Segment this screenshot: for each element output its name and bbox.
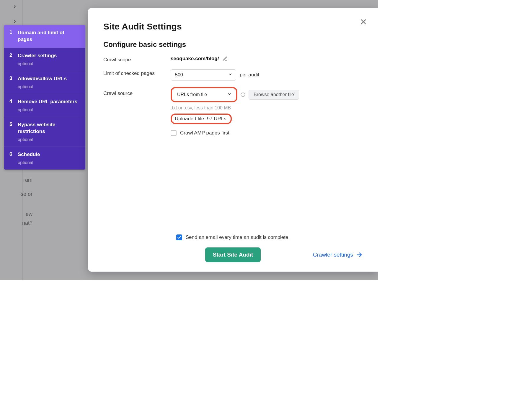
checkbox-checked-icon [176,234,182,240]
limit-pages-value: 500 [175,72,183,78]
limit-pages-select[interactable]: 500 [171,69,236,81]
label-limit-pages: Limit of checked pages [103,69,171,76]
wizard-step-1[interactable]: 1Domain and limit of pages [4,25,85,48]
step-optional-label: optional [18,82,80,89]
modal-title: Site Audit Settings [103,22,363,32]
wizard-steps-panel: 1Domain and limit of pages2Crawler setti… [4,25,85,170]
browse-file-button[interactable]: Browse another file [249,90,299,100]
checkbox-unchecked-icon [171,130,177,136]
row-crawl-scope: Crawl scope seoquake.com/blog/ [103,56,363,63]
step-number: 5 [9,122,14,142]
step-optional-label: optional [18,59,80,66]
step-title: Schedule [18,151,80,158]
step-title: Domain and limit of pages [18,29,80,43]
edit-icon[interactable] [222,56,228,61]
step-title: Remove URL parameters [18,98,80,105]
wizard-step-5[interactable]: 5Bypass website restrictionsoptional [4,117,85,147]
email-checkbox-label: Send an email every time an audit is com… [186,234,290,240]
crawl-source-value: URLs from file [177,92,207,97]
start-audit-button[interactable]: Start Site Audit [205,247,261,262]
step-optional-label: optional [18,105,80,112]
step-number: 4 [9,98,14,112]
arrow-right-icon [356,252,363,258]
wizard-step-3[interactable]: 3Allow/disallow URLsoptional [4,71,85,94]
step-number: 6 [9,151,14,165]
svg-point-4 [243,93,243,94]
step-title: Allow/disallow URLs [18,75,80,82]
crawl-source-select[interactable]: URLs from file [173,89,235,100]
highlight-box-source: URLs from file [171,87,237,102]
next-step-link[interactable]: Crawler settings [313,252,363,258]
label-crawl-scope: Crawl scope [103,56,171,63]
row-limit-pages: Limit of checked pages 500 per audit [103,69,363,81]
next-step-link-label: Crawler settings [313,252,353,258]
modal-subtitle: Configure basic settings [103,40,363,49]
uploaded-file-text: Uploaded file: 97 URLs [175,116,226,122]
step-optional-label: optional [18,158,80,165]
crawl-scope-value: seoquake.com/blog/ [171,56,219,62]
chevron-down-icon [228,72,232,78]
amp-checkbox-row[interactable]: Crawl AMP pages first [171,130,229,136]
wizard-step-2[interactable]: 2Crawler settingsoptional [4,48,85,71]
step-title: Bypass website restrictions [18,122,80,135]
chevron-down-icon [227,92,231,97]
step-number: 1 [9,29,14,43]
wizard-step-6[interactable]: 6Scheduleoptional [4,147,85,170]
close-button[interactable] [358,17,368,27]
limit-pages-suffix: per audit [240,72,259,78]
row-crawl-source: Crawl source URLs from file Br [103,87,363,136]
label-crawl-source: Crawl source [103,87,171,96]
highlight-box-uploaded: Uploaded file: 97 URLs [171,114,232,124]
file-hint-text: .txt or .csv, less than 100 MB [171,105,231,111]
step-title: Crawler settings [18,52,80,59]
settings-modal: Site Audit Settings Configure basic sett… [88,8,378,272]
amp-checkbox-label: Crawl AMP pages first [180,130,229,136]
email-checkbox-row[interactable]: Send an email every time an audit is com… [176,234,290,240]
step-number: 3 [9,75,14,89]
info-icon[interactable] [240,92,246,97]
step-number: 2 [9,52,14,66]
wizard-step-4[interactable]: 4Remove URL parametersoptional [4,94,85,117]
step-optional-label: optional [18,135,80,142]
